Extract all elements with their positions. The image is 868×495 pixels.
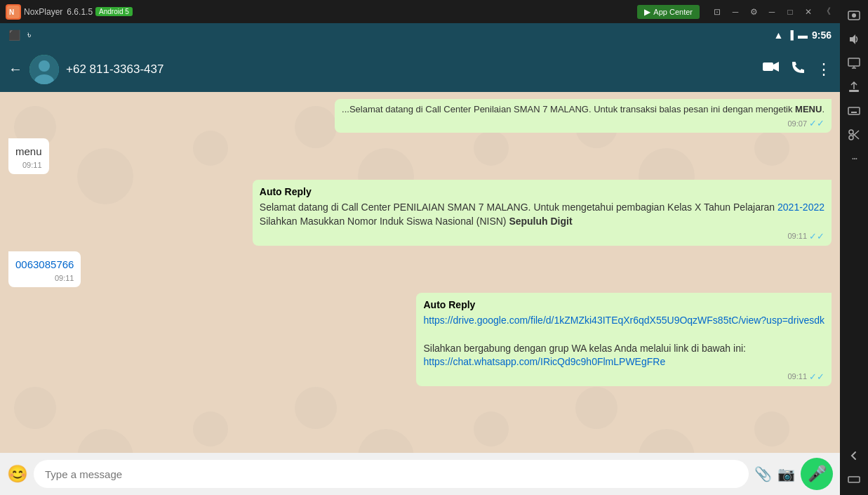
sidebar-icon-screenshot[interactable]	[844, 6, 864, 25]
app-center-label: App Center	[653, 8, 693, 16]
message-bubble: Auto Reply Selamat datang di Call Center…	[253, 180, 832, 246]
android-badge: Android 5	[95, 7, 133, 16]
message-ticks: ✓✓	[809, 371, 824, 383]
message-time: 09:11	[15, 160, 42, 171]
message-time: 09:07 ✓✓	[342, 117, 824, 130]
message-row: ...Selamat datang di Call Center Penilai…	[8, 99, 832, 133]
mic-icon: 🎤	[808, 465, 827, 483]
sidebar-icon-cut[interactable]	[844, 125, 864, 145]
message-ticks: ✓✓	[809, 230, 824, 243]
header-actions: ⋮	[763, 60, 832, 79]
auto-reply-label: Auto Reply	[260, 185, 824, 199]
auto-reply-label: Auto Reply	[423, 298, 824, 312]
attach-button[interactable]: 📎	[754, 466, 772, 482]
message-text: Selamat datang di Call Center PENILAIAN …	[260, 201, 824, 228]
message-text: 0063085766	[15, 257, 74, 272]
svg-rect-10	[848, 58, 860, 66]
screenshot-icon[interactable]: ⬛	[8, 29, 20, 41]
message-row: 0063085766 09:11	[8, 251, 832, 287]
video-call-button[interactable]	[763, 60, 780, 79]
nox-logo: N NoxPlayer 6.6.1.5 Android 5	[6, 4, 133, 20]
svg-point-3	[39, 60, 50, 72]
svg-rect-24	[848, 477, 860, 482]
svg-marker-9	[850, 34, 855, 44]
message-bubble: menu 09:11	[8, 138, 49, 173]
wifi-icon: ▲	[774, 29, 784, 41]
collapse-button[interactable]: 《	[819, 4, 834, 20]
svg-rect-13	[849, 90, 859, 92]
window-maximize-button[interactable]: □	[782, 4, 798, 20]
nox-app-name: NoxPlayer	[24, 7, 62, 17]
drive-link[interactable]: https://drive.google.com/file/d/1kZMZki4…	[423, 315, 824, 326]
back-button[interactable]: ←	[8, 61, 22, 77]
mic-button[interactable]: 🎤	[801, 458, 833, 490]
contact-avatar[interactable]	[29, 55, 59, 84]
app-center-button[interactable]: ▶ App Center	[637, 5, 700, 19]
message-bubble: ...Selamat datang di Call Center Penilai…	[335, 99, 832, 133]
status-right: ▲ ▐ ▬ 9:56	[774, 29, 832, 41]
sidebar-icon-more[interactable]: ···	[844, 149, 864, 169]
contact-name: +62 811-3363-437	[66, 62, 756, 77]
taka-icon[interactable]: ৳	[27, 29, 31, 41]
more-options-button[interactable]: ⋮	[816, 60, 832, 79]
sidebar-icon-keyboard2[interactable]	[844, 470, 864, 489]
status-time: 9:56	[812, 29, 832, 41]
sidebar-icon-volume[interactable]	[844, 29, 864, 49]
message-row: menu 09:11	[8, 138, 832, 173]
signal-icon: ▐	[787, 30, 794, 40]
message-time: 09:11	[15, 273, 74, 284]
message-text: https://drive.google.com/file/d/1kZMZki4…	[423, 314, 824, 369]
phone-call-button[interactable]	[791, 60, 805, 79]
chat-area[interactable]: ...Selamat datang di Call Center Penilai…	[0, 92, 840, 453]
window-controls: ⊡ ─ ⚙ ─ □ ✕ 《	[709, 4, 834, 20]
status-left: ⬛ ৳	[8, 29, 31, 41]
window-minimize-button[interactable]: ─	[764, 4, 780, 20]
message-text: ...Selamat datang di Call Center Penilai…	[342, 103, 824, 116]
digit-label: Sepuluh Digit	[509, 216, 572, 227]
svg-rect-5	[763, 62, 773, 71]
wa-header: ← +62 811-3363-437	[0, 46, 840, 92]
sidebar-icon-keyboard[interactable]	[844, 101, 864, 121]
message-time: 09:11 ✓✓	[260, 230, 824, 243]
svg-rect-14	[848, 107, 860, 114]
nox-titlebar: N NoxPlayer 6.6.1.5 Android 5 ▶ App Cent…	[0, 0, 840, 23]
message-row: Auto Reply https://drive.google.com/file…	[8, 293, 832, 386]
message-bubble: 0063085766 09:11	[8, 251, 81, 287]
svg-text:N: N	[9, 8, 14, 16]
emoji-button[interactable]: 😊	[7, 464, 28, 484]
restore-button[interactable]: ⊡	[709, 4, 725, 20]
message-text: menu	[15, 144, 42, 159]
battery-icon: ▬	[798, 29, 808, 41]
year-link[interactable]: 2021-2022	[777, 202, 824, 213]
whatsapp-link[interactable]: https://chat.whatsapp.com/IRicQd9c9h0Flm…	[423, 356, 665, 367]
sidebar-icon-screen[interactable]	[844, 53, 864, 73]
svg-marker-6	[773, 62, 779, 72]
message-input[interactable]	[34, 460, 749, 488]
settings-button[interactable]: ⚙	[746, 4, 761, 20]
input-bar: 😊 📎 📷 🎤	[0, 453, 840, 495]
svg-point-8	[852, 13, 856, 18]
window-close-button[interactable]: ✕	[801, 4, 816, 20]
android-statusbar: ⬛ ৳ ▲ ▐ ▬ 9:56	[0, 23, 840, 46]
message-ticks: ✓✓	[809, 117, 824, 130]
nox-version: 6.6.1.5	[67, 7, 93, 17]
camera-button[interactable]: 📷	[777, 466, 795, 482]
message-row: Auto Reply Selamat datang di Call Center…	[8, 180, 832, 246]
nisn-number[interactable]: 0063085766	[15, 258, 74, 270]
message-bubble: Auto Reply https://drive.google.com/file…	[416, 293, 832, 386]
message-time: 09:11 ✓✓	[423, 371, 824, 383]
phone-screen: ⬛ ৳ ▲ ▐ ▬ 9:56 ←	[0, 23, 840, 495]
nox-logo-icon: N	[6, 4, 21, 20]
sidebar-icon-upload[interactable]	[844, 77, 864, 97]
contact-info: +62 811-3363-437	[66, 62, 756, 77]
play-store-icon: ▶	[644, 7, 650, 17]
sidebar-icon-back[interactable]	[844, 446, 864, 466]
minimize-button[interactable]: ─	[728, 4, 743, 20]
nox-sidebar: ···	[840, 0, 868, 495]
